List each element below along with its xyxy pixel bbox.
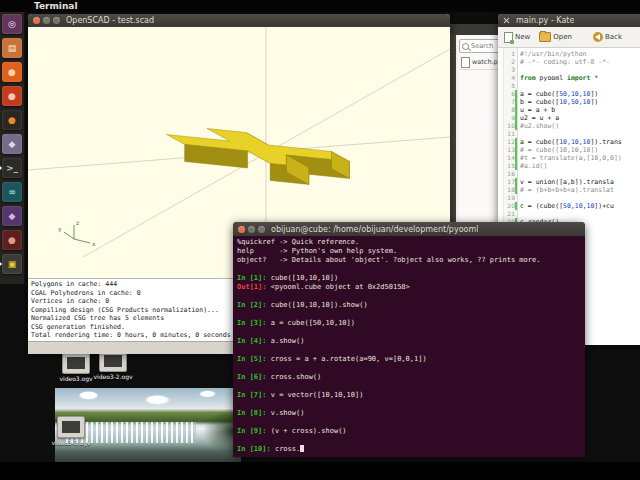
purple-app-icon: ◆ <box>9 211 16 221</box>
desktop-file-video3-2[interactable]: video3-2.ogv <box>92 350 134 380</box>
line-number: 8 <box>504 106 517 114</box>
launcher-item-maroon-app[interactable]: ● <box>2 230 22 250</box>
file-label: video3-2.ogv <box>92 373 134 380</box>
code-line: #a.id() <box>518 162 640 170</box>
launcher-item-terminal[interactable]: >_ <box>2 158 22 178</box>
launcher-item-openscad[interactable]: ▣ <box>2 254 22 274</box>
maximize-button[interactable] <box>258 226 265 233</box>
terminal-output[interactable]: %quickref -> Quick reference.help -> Pyt… <box>233 236 585 457</box>
minimize-button[interactable] <box>43 17 50 24</box>
code-line <box>518 194 640 202</box>
running-indicator <box>0 261 2 267</box>
axis-label-z: z <box>76 219 79 226</box>
maximize-button[interactable] <box>53 17 60 24</box>
launcher-item-software-center[interactable]: ◆ <box>2 134 22 154</box>
line-number: 11 <box>504 130 517 138</box>
terminal-line <box>237 400 581 409</box>
window-title: OpenSCAD - test.scad <box>66 16 154 25</box>
launcher-item-dash-home[interactable]: ◎ <box>2 14 22 34</box>
terminal-line <box>237 265 581 274</box>
open-button-label: Open <box>553 33 572 41</box>
terminal-line <box>237 418 581 427</box>
background-window-titlebar[interactable] <box>448 24 502 35</box>
video-file-icon <box>62 352 90 374</box>
launcher-item-ubuntu-one[interactable]: ● <box>2 86 22 106</box>
close-button[interactable] <box>33 17 40 24</box>
terminal-line: In [7]: v = vector([10,10,10]) <box>237 391 581 400</box>
minimize-button[interactable] <box>248 226 255 233</box>
line-number: 18 <box>504 186 517 194</box>
kate-titlebar[interactable]: main.py - Kate <box>498 14 640 27</box>
line-number: 6 <box>504 90 517 98</box>
terminal-line: In [4]: a.show() <box>237 337 581 346</box>
file-label: video3-3.ogv <box>50 439 92 446</box>
back-button[interactable]: Back <box>593 32 622 42</box>
code-line <box>518 82 640 90</box>
code-line: from pyooml import * <box>518 74 640 82</box>
code-line: a = cube([50,10,10]) <box>518 90 640 98</box>
desktop-file-video3[interactable]: video3.ogv <box>55 352 97 382</box>
firefox-icon: ● <box>8 115 16 125</box>
code-line: #t = translate(a,[10,0,0]) <box>518 154 640 162</box>
launcher-item-files[interactable]: ▤ <box>2 38 22 58</box>
line-number: 1 <box>504 50 517 58</box>
terminal-line <box>237 310 581 319</box>
code-line: c = (cube([50,10,10])+cu <box>518 202 640 210</box>
terminal-line: In [10]: cross. <box>237 445 581 454</box>
code-line <box>518 210 640 218</box>
line-number: 10 <box>504 122 517 130</box>
terminal-line <box>237 292 581 301</box>
code-line: a = cube([10,10,10]).trans <box>518 138 640 146</box>
line-number: 12 <box>504 138 517 146</box>
back-button-label: Back <box>605 33 622 41</box>
close-icon[interactable] <box>503 17 510 24</box>
desktop-file-video3-3[interactable]: video3-3.ogv <box>50 416 92 446</box>
line-number: 3 <box>504 66 517 74</box>
search-input[interactable]: Search <box>459 39 500 53</box>
launcher-item-purple-app[interactable]: ◆ <box>2 206 22 226</box>
dash-home-icon: ◎ <box>8 19 16 29</box>
file-label: video3.ogv <box>55 375 97 382</box>
openscad-titlebar[interactable]: OpenSCAD - test.scad <box>28 14 450 27</box>
back-arrow-icon <box>593 32 603 42</box>
kate-toolbar: New Open Back <box>498 27 640 48</box>
launcher-item-music-app[interactable]: ● <box>2 62 22 82</box>
terminal-titlebar[interactable]: obijuan@cube: /home/obijuan/development/… <box>233 222 585 236</box>
line-number: 20 <box>504 202 517 210</box>
terminal-line: In [2]: cube([10,10,10]).show() <box>237 301 581 310</box>
terminal-line <box>237 382 581 391</box>
launcher-item-chat-app[interactable]: ∞ <box>2 182 22 202</box>
line-number: 7 <box>504 98 517 106</box>
close-button[interactable] <box>238 226 245 233</box>
running-indicator <box>0 165 2 171</box>
files-icon: ▤ <box>8 43 17 53</box>
line-number: 16 <box>504 170 517 178</box>
file-tab-watchpy[interactable]: watch.py <box>459 55 502 70</box>
code-line: v = union([a,b]).transla <box>518 178 640 186</box>
cross-model <box>167 129 350 185</box>
line-number: 4 <box>504 74 517 82</box>
openscad-icon: ▣ <box>8 259 17 269</box>
new-button[interactable]: New <box>504 32 530 43</box>
terminal-line: In [8]: v.show() <box>237 409 581 418</box>
terminal-line: object? -> Details about 'object'. ?obje… <box>237 256 581 265</box>
terminal-cursor <box>300 445 304 452</box>
code-line <box>518 130 640 138</box>
code-line: u = a + b <box>518 106 640 114</box>
open-folder-icon <box>539 32 551 42</box>
terminal-line: In [1]: cube([10,10,10]) <box>237 274 581 283</box>
line-number: 13 <box>504 146 517 154</box>
desktop-screen: video3.ogv video3-2.ogv video3-3.ogv Sea… <box>0 0 640 480</box>
window-title: obijuan@cube: /home/obijuan/development/… <box>271 225 478 234</box>
code-line <box>518 66 640 74</box>
launcher-item-firefox[interactable]: ● <box>2 110 22 130</box>
code-line: #!/usr/bin/python <box>518 50 640 58</box>
terminal-line <box>237 436 581 445</box>
terminal-window: obijuan@cube: /home/obijuan/development/… <box>233 222 585 457</box>
axis-indicator: x y z <box>58 219 96 247</box>
letterbox-bar <box>0 462 640 480</box>
open-button[interactable]: Open <box>539 32 572 42</box>
code-line: # = (b+b+b+b+a).translat <box>518 186 640 194</box>
axis-label-y: y <box>58 225 62 233</box>
chat-app-icon: ∞ <box>8 187 16 197</box>
